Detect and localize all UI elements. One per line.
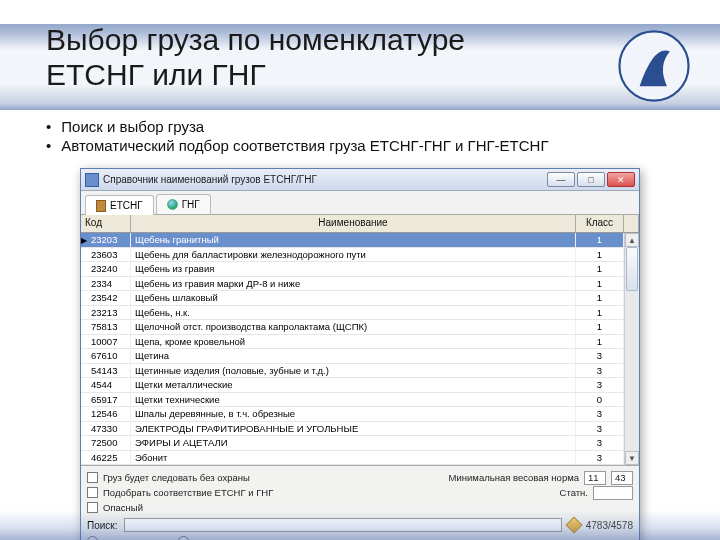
cell-name: Щебень для балластировки железнодорожног…	[131, 248, 576, 262]
table-row[interactable]: 65917Щетки технические0	[81, 393, 624, 408]
tab-etsng[interactable]: ЕТСНГ	[85, 195, 154, 215]
table-row[interactable]: 23203Щебень гранитный1	[81, 233, 624, 248]
cell-code: 54143	[81, 364, 131, 378]
table-row[interactable]: 10007Щепа, кроме кровельной1	[81, 335, 624, 350]
cell-name: Щетки технические	[131, 393, 576, 407]
table-row[interactable]: 23240Щебень из гравия1	[81, 262, 624, 277]
table-row[interactable]: 23213Щебень, н.к.1	[81, 306, 624, 321]
cell-class: 1	[576, 248, 624, 262]
cell-class: 1	[576, 320, 624, 334]
cell-code: 46225	[81, 451, 131, 465]
cell-code: 47330	[81, 422, 131, 436]
cell-name: Щебень из гравия марки ДР-8 и ниже	[131, 277, 576, 291]
minimize-button[interactable]: —	[547, 172, 575, 187]
table-row[interactable]: 12546Шпалы деревянные, в т.ч. обрезные3	[81, 407, 624, 422]
logo	[618, 30, 690, 106]
cell-class: 3	[576, 422, 624, 436]
cell-code: 67610	[81, 349, 131, 363]
cell-code: 75813	[81, 320, 131, 334]
static-input[interactable]	[593, 486, 633, 500]
cell-name: Щетки металлические	[131, 378, 576, 392]
close-button[interactable]: ✕	[607, 172, 635, 187]
scroll-up-button[interactable]: ▲	[625, 233, 639, 247]
cell-name: Эвкоммия	[131, 465, 576, 466]
bullet-item: Автоматический подбор соответствия груза…	[46, 137, 549, 154]
cell-class: 1	[576, 306, 624, 320]
cell-class: 1	[576, 262, 624, 276]
checkbox-label: Подобрать соответствие ЕТСНГ и ГНГ	[103, 487, 273, 498]
cell-name: Щебень шлаковый	[131, 291, 576, 305]
cell-class: 1	[576, 277, 624, 291]
table-row[interactable]: 26156Эвкоммия3	[81, 465, 624, 466]
min-weight-label: Минимальная весовая норма	[449, 472, 579, 483]
tab-gng[interactable]: ГНГ	[156, 194, 211, 214]
cell-name: ЭФИРЫ И АЦЕТАЛИ	[131, 436, 576, 450]
static-label: Статн.	[560, 487, 588, 498]
slide-bullets: Поиск и выбор груза Автоматический подбо…	[46, 118, 549, 156]
min-weight-input-a[interactable]: 11	[584, 471, 606, 485]
cell-code: 4544	[81, 378, 131, 392]
table-row[interactable]: 54143Щетинные изделия (половые, зубные и…	[81, 364, 624, 379]
table-row[interactable]: 67610Щетина3	[81, 349, 624, 364]
cell-name: ЭЛЕКТРОДЫ ГРАФИТИРОВАННЫЕ И УГОЛЬНЫЕ	[131, 422, 576, 436]
scroll-thumb[interactable]	[626, 247, 638, 291]
cell-class: 1	[576, 335, 624, 349]
table-body[interactable]: 23203Щебень гранитный123603Щебень для ба…	[81, 233, 624, 466]
cell-name: Щепа, кроме кровельной	[131, 335, 576, 349]
col-class[interactable]: Класс	[576, 215, 624, 232]
table-row[interactable]: 4544Щетки металлические3	[81, 378, 624, 393]
cell-name: Щебень из гравия	[131, 262, 576, 276]
checkbox-label: Груз будет следовать без охраны	[103, 472, 250, 483]
cell-class: 3	[576, 378, 624, 392]
cell-code: 10007	[81, 335, 131, 349]
cell-code: 23240	[81, 262, 131, 276]
footer-decoration	[0, 510, 720, 540]
table-row[interactable]: 72500ЭФИРЫ И АЦЕТАЛИ3	[81, 436, 624, 451]
cell-code: 26156	[81, 465, 131, 466]
tab-label: ЕТСНГ	[110, 200, 143, 211]
maximize-button[interactable]: □	[577, 172, 605, 187]
cell-class: 3	[576, 451, 624, 465]
cell-class: 3	[576, 364, 624, 378]
globe-icon	[167, 199, 178, 210]
cell-name: Щелочной отст. производства капролактама…	[131, 320, 576, 334]
table-header: Код Наименование Класс	[81, 215, 639, 233]
cell-name: Шпалы деревянные, в т.ч. обрезные	[131, 407, 576, 421]
table-row[interactable]: 75813Щелочной отст. производства капрола…	[81, 320, 624, 335]
checkbox-match[interactable]	[87, 487, 98, 498]
cell-code: 23542	[81, 291, 131, 305]
cell-code: 12546	[81, 407, 131, 421]
dialog-window: Справочник наименований грузов ЕТСНГ/ГНГ…	[80, 168, 640, 540]
cell-code: 23203	[81, 233, 131, 247]
col-scroll-spacer	[624, 215, 639, 232]
book-icon	[96, 200, 106, 212]
cell-class: 3	[576, 407, 624, 421]
cell-class: 0	[576, 393, 624, 407]
cell-name: Щебень гранитный	[131, 233, 576, 247]
checkbox-without-guard[interactable]	[87, 472, 98, 483]
min-weight-input-b[interactable]: 43	[611, 471, 633, 485]
cell-code: 65917	[81, 393, 131, 407]
scroll-track[interactable]	[625, 247, 639, 451]
cell-name: Щетинные изделия (половые, зубные и т.д.…	[131, 364, 576, 378]
app-icon	[85, 173, 99, 187]
tab-label: ГНГ	[182, 199, 200, 210]
cell-code: 72500	[81, 436, 131, 450]
table-row[interactable]: 47330ЭЛЕКТРОДЫ ГРАФИТИРОВАННЫЕ И УГОЛЬНЫ…	[81, 422, 624, 437]
window-title: Справочник наименований грузов ЕТСНГ/ГНГ	[103, 174, 545, 185]
table-row[interactable]: 23542Щебень шлаковый1	[81, 291, 624, 306]
cell-class: 3	[576, 465, 624, 466]
cell-code: 23213	[81, 306, 131, 320]
titlebar[interactable]: Справочник наименований грузов ЕТСНГ/ГНГ…	[81, 169, 639, 191]
scrollbar-vertical[interactable]: ▲ ▼	[624, 233, 639, 466]
table-row[interactable]: 2334Щебень из гравия марки ДР-8 и ниже1	[81, 277, 624, 292]
col-name[interactable]: Наименование	[131, 215, 576, 232]
scroll-down-button[interactable]: ▼	[625, 451, 639, 465]
col-code[interactable]: Код	[81, 215, 131, 232]
cell-name: Эбонит	[131, 451, 576, 465]
slide-title: Выбор груза по номенклатуре ЕТСНГ или ГН…	[46, 22, 566, 93]
table-row[interactable]: 23603Щебень для балластировки железнодор…	[81, 248, 624, 263]
cell-code: 23603	[81, 248, 131, 262]
table-row[interactable]: 46225Эбонит3	[81, 451, 624, 466]
cell-class: 3	[576, 349, 624, 363]
